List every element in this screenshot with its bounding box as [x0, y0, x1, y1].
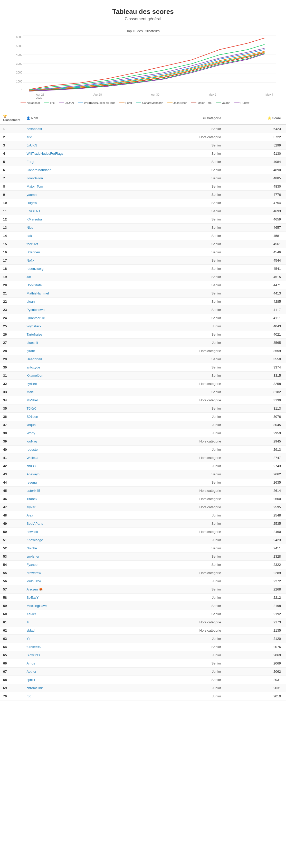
- cell-name[interactable]: MockingHawk: [23, 602, 143, 610]
- cell-category: Junior: [143, 635, 226, 643]
- cell-name[interactable]: blueshit: [23, 339, 143, 347]
- cell-category: Junior: [143, 668, 226, 676]
- cell-name[interactable]: Major_Tom: [23, 182, 143, 191]
- cell-rank: 52: [0, 544, 23, 553]
- cell-name[interactable]: turoker96: [23, 643, 143, 651]
- cell-rank: 64: [0, 643, 23, 651]
- cell-name[interactable]: asterix45: [23, 487, 143, 495]
- cell-name[interactable]: S01den: [23, 413, 143, 421]
- cell-category: Senior: [143, 676, 226, 684]
- cell-category: Senior: [143, 281, 226, 289]
- th-score: ⭐ Score: [226, 112, 286, 125]
- cell-name[interactable]: Xavier: [23, 610, 143, 618]
- cell-name[interactable]: antoxyde: [23, 363, 143, 372]
- cell-name[interactable]: Titanex: [23, 495, 143, 503]
- cell-category: Senior: [143, 191, 226, 199]
- cell-score: 2614: [226, 487, 286, 495]
- cell-score: 4776: [226, 191, 286, 199]
- table-row: 2ericHors catégorie5722: [0, 133, 286, 141]
- cell-score: 5722: [226, 133, 286, 141]
- cell-name[interactable]: Walleza: [23, 454, 143, 462]
- cell-name[interactable]: Hugow: [23, 199, 143, 207]
- cell-name[interactable]: Quanthor_ic: [23, 314, 143, 322]
- cell-name[interactable]: T0t0r0: [23, 404, 143, 413]
- table-row: 17NofixSenior4544: [0, 256, 286, 265]
- cell-name[interactable]: face0xff: [23, 240, 143, 248]
- table-row: 35T0t0r0Senior3113: [0, 404, 286, 413]
- cell-name[interactable]: Amos: [23, 659, 143, 668]
- cell-name[interactable]: MathisHammel: [23, 289, 143, 298]
- cell-name[interactable]: drewdrew: [23, 569, 143, 577]
- cell-name[interactable]: Alex: [23, 512, 143, 520]
- cell-name[interactable]: plean: [23, 298, 143, 306]
- cell-name[interactable]: chromelink: [23, 684, 143, 692]
- cell-score: 3565: [226, 339, 286, 347]
- cell-name[interactable]: Bdenneu: [23, 248, 143, 256]
- cell-name[interactable]: sblad: [23, 626, 143, 635]
- cell-name[interactable]: hexabeast: [23, 125, 143, 133]
- cell-score: 4754: [226, 199, 286, 207]
- cell-name[interactable]: Slow3rzs: [23, 651, 143, 659]
- cell-rank: 67: [0, 668, 23, 676]
- cell-name[interactable]: Nofix: [23, 256, 143, 265]
- cell-name[interactable]: Aether: [23, 668, 143, 676]
- cell-name[interactable]: girafe: [23, 347, 143, 355]
- cell-name[interactable]: MyShell: [23, 396, 143, 404]
- cell-name[interactable]: xbquo: [23, 421, 143, 429]
- cell-name[interactable]: Makl: [23, 388, 143, 396]
- cell-name[interactable]: Worty: [23, 429, 143, 437]
- cell-rank: 21: [0, 289, 23, 298]
- cell-name[interactable]: bak: [23, 232, 143, 240]
- cell-name[interactable]: reveng: [23, 478, 143, 487]
- cell-name[interactable]: shd33: [23, 462, 143, 470]
- cell-name[interactable]: Arelzen 🦊: [23, 585, 143, 594]
- cell-name[interactable]: elykar: [23, 503, 143, 512]
- cell-name[interactable]: Nics: [23, 223, 143, 232]
- cell-name[interactable]: loulous24: [23, 577, 143, 585]
- cell-rank: 30: [0, 363, 23, 372]
- cell-name[interactable]: ENOENT: [23, 207, 143, 215]
- cell-rank: 32: [0, 380, 23, 388]
- legend-color-joansivion: [167, 102, 173, 103]
- cell-name[interactable]: Nolche: [23, 544, 143, 553]
- cell-name[interactable]: Knowledge: [23, 536, 143, 544]
- cell-name[interactable]: cyrillec: [23, 380, 143, 388]
- cell-score: 4885: [226, 174, 286, 182]
- cell-name[interactable]: WillTradeNudesForFlags: [23, 150, 143, 158]
- cell-name[interactable]: SoEasY: [23, 594, 143, 602]
- cell-rank: 13: [0, 223, 23, 232]
- cell-name[interactable]: Anakayn: [23, 470, 143, 478]
- cell-name[interactable]: KMa-sutra: [23, 215, 143, 223]
- cell-score: 2600: [226, 495, 286, 503]
- cell-name[interactable]: voydstack: [23, 322, 143, 331]
- cell-name[interactable]: Pycatchown: [23, 306, 143, 314]
- cell-name[interactable]: looNag: [23, 437, 143, 445]
- person-icon: 👤: [27, 116, 30, 120]
- cell-name[interactable]: Headorteil: [23, 355, 143, 363]
- cell-name[interactable]: JoanSivion: [23, 174, 143, 182]
- cell-category: Senior: [143, 553, 226, 561]
- cell-name[interactable]: Fyxneo: [23, 561, 143, 569]
- cell-name[interactable]: CanardMandarin: [23, 166, 143, 174]
- cell-name[interactable]: sphilx: [23, 676, 143, 684]
- cell-name[interactable]: D5piri¢ate: [23, 281, 143, 289]
- cell-name[interactable]: $in: [23, 273, 143, 281]
- cell-name[interactable]: rosenzweig: [23, 265, 143, 273]
- table-row: 39looNagHors catégorie2945: [0, 437, 286, 445]
- cell-name[interactable]: Tartofraise: [23, 331, 143, 339]
- cell-name[interactable]: Forgi: [23, 158, 143, 166]
- cell-rank: 69: [0, 684, 23, 692]
- cell-name[interactable]: Kkameléon: [23, 372, 143, 380]
- cell-name[interactable]: jh: [23, 618, 143, 626]
- cell-name[interactable]: yaumn: [23, 191, 143, 199]
- cell-name[interactable]: 0xUKN: [23, 141, 143, 150]
- cell-name[interactable]: newsoft: [23, 528, 143, 536]
- cell-name[interactable]: eric: [23, 133, 143, 141]
- table-header-row: 🏆 Classement 👤 Nom 🏷 Catégorie ⭐ Score: [0, 112, 286, 125]
- cell-name[interactable]: SeulAParis: [23, 520, 143, 528]
- cell-name[interactable]: sm4sher: [23, 553, 143, 561]
- table-row: 54FyxneoSenior2322: [0, 561, 286, 569]
- cell-name[interactable]: r3q: [23, 692, 143, 701]
- cell-name[interactable]: redoste: [23, 445, 143, 454]
- cell-name[interactable]: Yir: [23, 635, 143, 643]
